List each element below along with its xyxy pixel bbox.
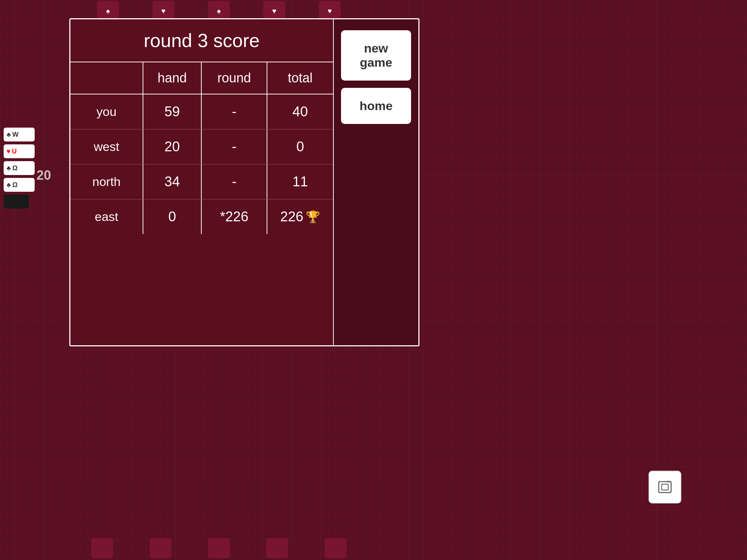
screenshot-icon xyxy=(656,478,674,496)
home-button[interactable]: home xyxy=(341,88,411,124)
left-cards-area: ♣W ♥U ♣Ω ♣Ω xyxy=(0,124,36,212)
sidebar-number: 20 xyxy=(36,168,51,183)
table-row: you 59 - 40 xyxy=(70,94,333,129)
left-card-4: ♣Ω xyxy=(4,178,35,192)
svg-rect-1 xyxy=(662,484,668,490)
score-table-section: round 3 score hand round total you 59 - … xyxy=(70,19,334,345)
hand-east: 0 xyxy=(143,199,202,234)
left-card-3: ♣Ω xyxy=(4,161,35,175)
table-row: east 0 *226 226🏆 xyxy=(70,199,333,234)
total-you: 40 xyxy=(267,94,333,129)
left-card-1: ♣W xyxy=(4,128,35,141)
bottom-cards-area xyxy=(73,536,365,560)
round-east: *226 xyxy=(202,199,267,234)
col-hand: hand xyxy=(143,62,202,94)
player-north: north xyxy=(70,164,143,199)
total-east: 226🏆 xyxy=(267,199,333,234)
player-you: you xyxy=(70,94,143,129)
bottom-card-2 xyxy=(150,538,171,558)
round-you: - xyxy=(202,94,267,129)
col-total: total xyxy=(267,62,333,94)
player-west: west xyxy=(70,129,143,164)
hand-you: 59 xyxy=(143,94,202,129)
bottom-card-1 xyxy=(91,538,113,558)
svg-rect-0 xyxy=(659,482,671,493)
round-north: - xyxy=(202,164,267,199)
total-north: 11 xyxy=(267,164,333,199)
hand-north: 34 xyxy=(143,164,202,199)
left-card-5 xyxy=(4,195,29,209)
dialog-title: round 3 score xyxy=(70,19,333,62)
bottom-card-5 xyxy=(325,538,347,558)
hand-west: 20 xyxy=(143,129,202,164)
table-row: north 34 - 11 xyxy=(70,164,333,199)
score-table: hand round total you 59 - 40 west 20 - 0… xyxy=(70,62,333,345)
col-player xyxy=(70,62,143,94)
score-dialog: round 3 score hand round total you 59 - … xyxy=(69,18,419,346)
col-round: round xyxy=(202,62,267,94)
new-game-button[interactable]: new game xyxy=(341,30,411,81)
table-header: hand round total xyxy=(70,62,333,94)
player-east: east xyxy=(70,199,143,234)
left-card-2: ♥U xyxy=(4,144,35,158)
svg-rect-2 xyxy=(667,481,670,482)
round-west: - xyxy=(202,129,267,164)
trophy-icon: 🏆 xyxy=(306,210,320,224)
bottom-card-3 xyxy=(208,538,230,558)
table-row: west 20 - 0 xyxy=(70,129,333,164)
total-west: 0 xyxy=(267,129,333,164)
screenshot-button[interactable] xyxy=(649,471,681,503)
bottom-card-4 xyxy=(266,538,288,558)
right-panel: new game home xyxy=(334,19,418,345)
